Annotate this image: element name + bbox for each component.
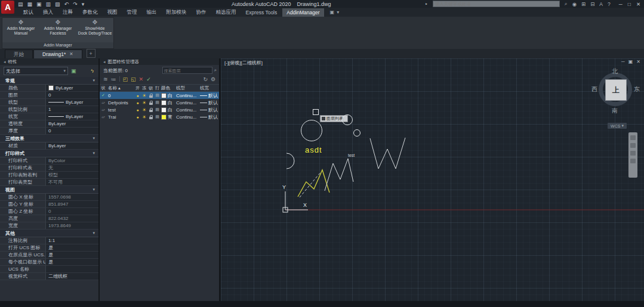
- layer-name[interactable]: 0: [107, 93, 134, 98]
- layer-linetype[interactable]: Continu...: [176, 100, 200, 106]
- w-polyline[interactable]: [370, 138, 405, 169]
- properties-palette-header[interactable]: ◂ 特性: [0, 58, 98, 65]
- layer-freeze-icon[interactable]: ☀: [141, 100, 147, 106]
- section-general[interactable]: 常规▾: [0, 77, 98, 85]
- full-navigation-wheel-icon[interactable]: [630, 135, 636, 140]
- set-current-layer-icon[interactable]: ✓: [146, 76, 151, 82]
- layer-on-icon[interactable]: ●: [134, 94, 141, 98]
- layer-plot-icon[interactable]: ▤: [154, 100, 161, 105]
- column-freeze[interactable]: 冻: [141, 85, 147, 91]
- drawing-canvas[interactable]: [-][俯视][二维线框] ─ ▣ ✕ Y X 图层列表: [221, 58, 644, 301]
- maximize-button[interactable]: □: [628, 1, 631, 7]
- layer-color[interactable]: 白: [161, 92, 176, 99]
- tab-addinmanager[interactable]: AddinManager: [282, 8, 323, 17]
- column-lineweight[interactable]: 线宽: [200, 85, 219, 91]
- property-value[interactable]: 是: [45, 252, 98, 259]
- minimize-button[interactable]: ─: [619, 1, 623, 7]
- addin-manager-manual-button[interactable]: ❖ AddIn Manager Manual: [2, 18, 39, 42]
- qat-dropdown-icon[interactable]: ▾: [82, 1, 85, 7]
- zoom-icon[interactable]: [630, 151, 636, 156]
- keep-open-icon[interactable]: ⊟: [590, 1, 594, 7]
- layer-row[interactable]: ▱ test ● ☀ ▤ 白 Continu... 默认: [100, 106, 219, 113]
- help-icon[interactable]: ?: [608, 1, 611, 7]
- property-value[interactable]: 无: [45, 165, 98, 172]
- layer-linetype[interactable]: Continu...: [176, 114, 200, 120]
- circle-entity-medium[interactable]: [342, 114, 353, 125]
- app-store-icon[interactable]: ⊞: [581, 1, 586, 7]
- file-tab-start[interactable]: 开始: [5, 49, 33, 58]
- property-value[interactable]: ByLayer: [45, 142, 98, 150]
- tab-output[interactable]: 输出: [143, 8, 161, 17]
- circle-entity-large[interactable]: [301, 120, 322, 141]
- column-name[interactable]: 名称 ▴: [107, 85, 134, 91]
- column-lock[interactable]: 锁: [147, 85, 154, 91]
- save-icon[interactable]: ▣: [36, 1, 42, 7]
- section-plot-style[interactable]: 打印样式▾: [0, 150, 98, 157]
- column-color[interactable]: 颜色: [161, 85, 176, 91]
- layer-plot-icon[interactable]: ▤: [154, 93, 161, 98]
- share-icon[interactable]: A: [599, 1, 603, 7]
- circle-entity-small[interactable]: [353, 129, 360, 137]
- property-value[interactable]: 1557.0698: [45, 194, 98, 201]
- pan-icon[interactable]: [630, 143, 636, 148]
- quick-select-icon[interactable]: ϟ: [91, 68, 94, 74]
- property-value[interactable]: 不可用: [45, 179, 98, 186]
- layer-lineweight[interactable]: 默认: [200, 100, 219, 106]
- property-value[interactable]: ByLayer: [45, 99, 98, 106]
- property-value[interactable]: 0: [45, 128, 98, 135]
- new-file-icon[interactable]: ▤: [18, 1, 23, 7]
- viewcube-west[interactable]: 西: [591, 85, 597, 94]
- ribbon-display-arrow-icon[interactable]: ▾: [337, 10, 339, 15]
- palette-collapse-icon[interactable]: ◂: [103, 60, 106, 64]
- text-entity-asdt[interactable]: asdt: [305, 145, 322, 154]
- property-value[interactable]: ByLayer: [45, 120, 98, 128]
- close-button[interactable]: ✕: [636, 1, 640, 7]
- tab-addins[interactable]: 附加模块: [162, 8, 191, 17]
- yellow-zigzag-polyline[interactable]: [298, 170, 329, 197]
- arc-entity[interactable]: [286, 153, 294, 169]
- navigation-bar[interactable]: [628, 132, 637, 178]
- settings-gear-icon[interactable]: ⚙: [211, 76, 215, 82]
- text-entity-test[interactable]: test: [348, 153, 355, 157]
- new-drawing-tab-button[interactable]: +: [87, 49, 95, 58]
- viewcube-south[interactable]: 南: [612, 107, 618, 115]
- layer-row[interactable]: ✓ 0 ● ☀ ▤ 白 Continu... 默认: [100, 92, 219, 99]
- tab-express-tools[interactable]: Express Tools: [242, 8, 282, 17]
- layer-plot-icon[interactable]: ▤: [154, 107, 161, 112]
- wcs-dropdown[interactable]: WCS▾: [608, 123, 627, 129]
- property-value[interactable]: 1973.8649: [45, 222, 98, 230]
- layer-lineweight[interactable]: 默认: [200, 107, 219, 113]
- layer-freeze-icon[interactable]: ☀: [141, 107, 147, 113]
- close-tab-icon[interactable]: ✕: [69, 50, 73, 58]
- viewcube-east[interactable]: 东: [634, 85, 640, 94]
- layer-color[interactable]: 白: [161, 107, 176, 113]
- new-layer-icon[interactable]: ◰: [123, 76, 128, 82]
- layer-lock-icon[interactable]: [147, 94, 154, 98]
- property-value[interactable]: 模型: [45, 172, 98, 179]
- property-value[interactable]: 二维线框: [45, 273, 98, 280]
- property-value[interactable]: 是: [45, 259, 98, 266]
- tab-annotate[interactable]: 注释: [58, 8, 77, 17]
- property-value[interactable]: 1:1: [45, 237, 98, 244]
- layer-on-icon[interactable]: ●: [134, 115, 141, 119]
- search-icon[interactable]: ⌕: [214, 67, 217, 73]
- undo-icon[interactable]: ↶: [64, 1, 69, 7]
- toggle-pickadd-icon[interactable]: ▣: [71, 68, 76, 74]
- section-misc[interactable]: 其他▾: [0, 230, 98, 237]
- open-file-icon[interactable]: ▦: [27, 1, 33, 7]
- delete-layer-icon[interactable]: ✕: [139, 76, 144, 82]
- layer-palette-header[interactable]: ◂ 图层特性管理器: [100, 58, 219, 65]
- tab-view[interactable]: 视图: [103, 8, 122, 17]
- tab-default[interactable]: 默认: [19, 8, 38, 17]
- tab-featured-apps[interactable]: 精选应用: [212, 8, 241, 17]
- layer-color[interactable]: 黄: [161, 114, 176, 120]
- layer-lock-icon[interactable]: [147, 108, 154, 112]
- column-on[interactable]: 开: [134, 85, 141, 91]
- tab-parametric[interactable]: 参数化: [78, 8, 102, 17]
- layer-color[interactable]: 白: [161, 100, 176, 106]
- column-status[interactable]: 状: [100, 85, 107, 91]
- orbit-icon[interactable]: [630, 159, 636, 163]
- tab-manage[interactable]: 管理: [123, 8, 141, 17]
- column-linetype[interactable]: 线型: [176, 85, 200, 91]
- viewcube-north[interactable]: 北: [612, 67, 618, 76]
